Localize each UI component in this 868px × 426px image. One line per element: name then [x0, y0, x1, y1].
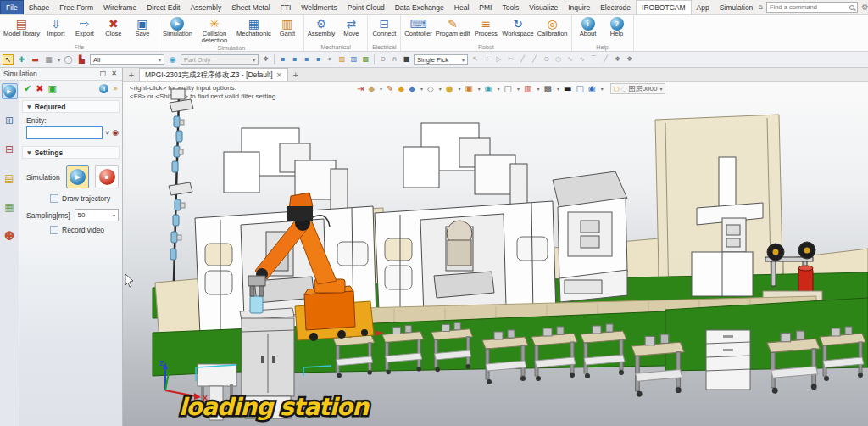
settings-section-header[interactable]: Settings: [22, 146, 120, 159]
assembly-button[interactable]: Assembly: [306, 16, 337, 37]
menu-tab-file[interactable]: File: [0, 0, 24, 14]
workspace-button[interactable]: Workspace: [500, 16, 535, 37]
menu-tab-free-form[interactable]: Free Form: [54, 0, 98, 14]
menu-tab-fti[interactable]: FTI: [275, 0, 297, 14]
draw-trajectory-checkbox[interactable]: [50, 194, 58, 203]
menu-tab-app[interactable]: App: [692, 0, 715, 14]
remove-icon[interactable]: [30, 54, 41, 65]
select-tool-icon[interactable]: [3, 54, 14, 65]
replay-tool-icon[interactable]: [494, 54, 504, 65]
apply-button[interactable]: [47, 84, 56, 93]
scope-select[interactable]: Part Only▾: [181, 54, 259, 65]
circle-tool-icon[interactable]: [554, 54, 563, 65]
ref-icon[interactable]: [261, 54, 270, 65]
cursor-tool-icon[interactable]: [470, 54, 480, 65]
menu-tab-visualize[interactable]: Visualize: [524, 0, 563, 14]
menu-tab-weldments[interactable]: Weldments: [296, 0, 342, 14]
pan-tool-icon[interactable]: [613, 54, 622, 65]
menu-tab-tools[interactable]: Tools: [497, 0, 524, 14]
pick-filter-face-icon[interactable]: [302, 54, 311, 65]
viewport-canvas[interactable]: Z X loading station: [123, 82, 868, 426]
menu-tab-simulation[interactable]: Simulation: [715, 0, 759, 14]
pick-last-icon[interactable]: [326, 54, 335, 65]
panel-close-icon[interactable]: [109, 70, 119, 77]
collision-detection-button[interactable]: Collision detection: [194, 16, 235, 44]
pick-filter-edge-icon[interactable]: [290, 54, 299, 65]
pick-mode-icon[interactable]: [402, 54, 411, 65]
account-icon[interactable]: [861, 3, 868, 12]
menu-tab-shape[interactable]: Shape: [24, 0, 55, 14]
trim-tool-icon[interactable]: [506, 54, 515, 65]
point-tool-icon[interactable]: [482, 54, 492, 65]
required-section-header[interactable]: Required: [22, 100, 120, 113]
draw-trajectory-row[interactable]: Draw trajectory: [19, 192, 122, 205]
drawing-icon[interactable]: [361, 54, 370, 65]
segment-tool-icon[interactable]: [601, 54, 610, 65]
lasso-icon[interactable]: [63, 54, 74, 65]
program-edit-button[interactable]: Progam edit: [434, 16, 471, 37]
options-icon[interactable]: [113, 85, 118, 92]
menu-tab-wireframe[interactable]: Wireframe: [98, 0, 142, 14]
menu-tab-heal[interactable]: Heal: [449, 0, 474, 14]
save-button[interactable]: Save: [128, 16, 157, 37]
line-tool-icon[interactable]: [518, 54, 527, 65]
command-search[interactable]: [766, 2, 858, 13]
entity-expand-icon[interactable]: [103, 131, 111, 136]
controller-button[interactable]: Controller: [403, 16, 434, 37]
circle-center-tool-icon[interactable]: [542, 54, 551, 65]
cancel-button[interactable]: [36, 84, 43, 93]
simulation-button[interactable]: ▶ Simulation: [161, 16, 194, 37]
polyline-tool-icon[interactable]: [565, 54, 575, 65]
close-doc-button[interactable]: Close: [99, 16, 128, 37]
pick-filter-body-icon[interactable]: [314, 54, 323, 65]
menu-tab-data-exchange[interactable]: Data Exchange: [390, 0, 449, 14]
ok-button[interactable]: [24, 84, 31, 93]
strip-mechanism-tab[interactable]: [2, 141, 18, 157]
menu-tab-point-cloud[interactable]: Point Cloud: [342, 0, 390, 14]
line2-tool-icon[interactable]: [530, 54, 539, 65]
curve-filter-icon[interactable]: [390, 54, 399, 65]
spline-tool-icon[interactable]: [577, 54, 587, 65]
calibration-button[interactable]: Calibration: [536, 16, 570, 37]
command-search-input[interactable]: [770, 3, 849, 11]
help-button[interactable]: ? Help: [603, 16, 632, 37]
rotate-tool-icon[interactable]: [625, 54, 634, 65]
manager-expand-icon[interactable]: [125, 69, 137, 81]
pick-filter-vertex-icon[interactable]: [278, 54, 287, 65]
context-icon[interactable]: [167, 54, 178, 65]
process-button[interactable]: Process: [471, 16, 500, 37]
stop-simulation-button[interactable]: ■: [95, 165, 119, 188]
home-icon[interactable]: [758, 3, 763, 11]
history-icon[interactable]: [378, 54, 387, 65]
strip-ergonomics-tab[interactable]: [2, 227, 18, 244]
entity-filter-select[interactable]: All▾: [90, 54, 164, 65]
import-button[interactable]: Import: [42, 16, 70, 37]
model-library-button[interactable]: Model library: [2, 16, 42, 37]
strip-package-tab[interactable]: [2, 170, 18, 186]
menu-tab-assembly[interactable]: Assembly: [185, 0, 226, 14]
arc-tool-icon[interactable]: [589, 54, 598, 65]
record-video-row[interactable]: Record video: [19, 223, 122, 237]
panel-dock-icon[interactable]: [98, 70, 108, 77]
chart-filter-icon[interactable]: [76, 54, 87, 65]
assembly-folder-icon[interactable]: [349, 54, 359, 65]
document-tab-close-icon[interactable]: [276, 71, 282, 79]
document-tab[interactable]: MPGI-2301完成2程序修改.Z3 - [Default]: [139, 68, 288, 81]
menu-tab-electrode[interactable]: Electrode: [595, 0, 636, 14]
pick-mode-select[interactable]: Single Pick▾: [414, 54, 468, 65]
menu-tab-irobotcam[interactable]: IROBOTCAM: [636, 0, 691, 14]
play-simulation-button[interactable]: ▶: [66, 165, 90, 188]
export-button[interactable]: Export: [70, 16, 99, 37]
strip-structure-tab[interactable]: [2, 112, 18, 128]
move-button[interactable]: Move: [337, 16, 365, 37]
gantt-button[interactable]: Gantt: [273, 16, 302, 37]
about-button[interactable]: i About: [574, 16, 603, 37]
connect-button[interactable]: Connect: [370, 16, 398, 37]
strip-render-tab[interactable]: [2, 199, 18, 215]
info-icon[interactable]: i: [99, 84, 108, 93]
entity-input[interactable]: [26, 126, 103, 139]
record-video-checkbox[interactable]: [50, 226, 58, 234]
add-icon[interactable]: [16, 54, 27, 65]
menu-tab-pmi[interactable]: PMI: [474, 0, 497, 14]
strip-simulation-tab[interactable]: ▶: [2, 83, 18, 99]
